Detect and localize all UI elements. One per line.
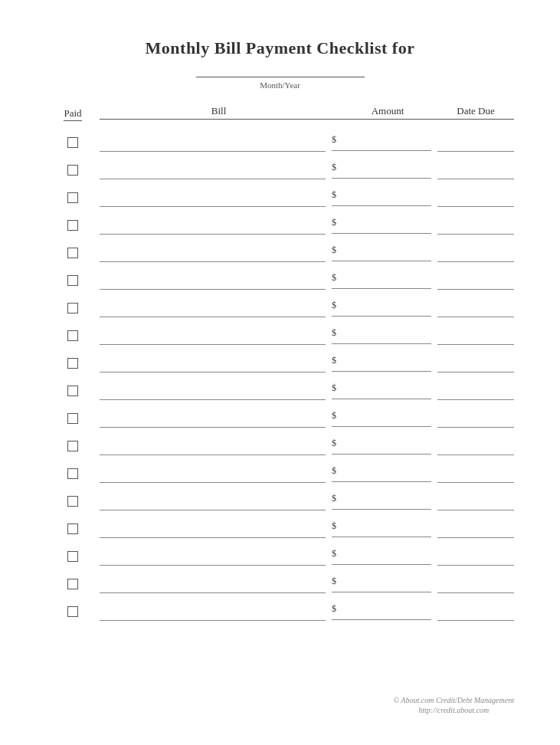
paid-header: Paid [46,107,100,120]
date-input-15[interactable] [437,547,514,566]
amount-cell-13: $ [332,493,431,510]
date-input-0[interactable] [437,133,514,152]
date-input-12[interactable] [437,464,514,483]
amount-header: Amount [338,105,437,120]
checkbox-15[interactable] [67,551,78,562]
bill-input-11[interactable] [100,437,326,455]
date-input-3[interactable] [437,216,514,235]
checkbox-6[interactable] [67,303,78,313]
bill-input-14[interactable] [100,520,326,538]
bill-input-4[interactable] [100,244,326,262]
date-input-7[interactable] [437,327,514,345]
table-row: $ [46,239,514,267]
checkbox-cell [46,165,100,176]
checkbox-11[interactable] [67,441,78,451]
checkbox-3[interactable] [67,220,78,231]
checkbox-cell [46,496,100,507]
table-row: $ [46,460,514,487]
table-header: Paid Bill Amount Date Due [46,105,514,123]
date-due-header: Date Due [437,105,514,120]
checkbox-cell [46,606,100,617]
checkbox-5[interactable] [67,275,78,286]
table-row: $ [46,432,514,460]
footer-line2: http://credit.about.com [393,706,514,714]
amount-cell-8: $ [332,355,431,372]
dollar-sign-7: $ [332,327,336,339]
bill-input-9[interactable] [100,382,326,400]
checkbox-13[interactable] [67,496,78,507]
amount-cell-15: $ [332,548,431,565]
bill-input-0[interactable] [100,133,326,152]
date-input-4[interactable] [437,244,514,262]
bill-input-16[interactable] [100,575,326,593]
bill-input-15[interactable] [100,547,326,566]
table-row: $ [46,377,514,405]
checkbox-cell [46,468,100,479]
dollar-sign-8: $ [332,355,336,366]
date-input-16[interactable] [437,575,514,593]
bill-input-5[interactable] [100,271,326,290]
bill-input-6[interactable] [100,299,326,317]
date-input-5[interactable] [437,271,514,290]
checkbox-cell [46,358,100,369]
table-row: $ [46,184,514,212]
dollar-sign-12: $ [332,465,336,477]
amount-cell-16: $ [332,576,431,592]
table-row: $ [46,212,514,239]
bill-input-8[interactable] [100,354,326,372]
date-input-10[interactable] [437,409,514,428]
footer: © About.com Credit/Debt Management http:… [393,696,514,714]
bill-input-3[interactable] [100,216,326,235]
table-row: $ [46,487,514,515]
dollar-sign-17: $ [332,603,336,615]
date-input-1[interactable] [437,161,514,179]
page-title: Monthly Bill Payment Checklist for [46,38,514,58]
checkbox-0[interactable] [67,137,78,148]
checkbox-7[interactable] [67,330,78,341]
date-input-2[interactable] [437,189,514,207]
checkbox-14[interactable] [67,523,78,534]
checkbox-17[interactable] [67,606,78,617]
checkbox-2[interactable] [67,192,78,203]
amount-cell-7: $ [332,327,431,344]
dollar-sign-10: $ [332,410,336,422]
checkbox-12[interactable] [67,468,78,479]
dollar-sign-16: $ [332,576,336,587]
amount-cell-12: $ [332,465,431,482]
checkbox-16[interactable] [67,579,78,589]
date-input-14[interactable] [437,520,514,538]
table-row: $ [46,322,514,350]
date-input-8[interactable] [437,354,514,372]
amount-cell-1: $ [332,162,431,179]
date-input-9[interactable] [437,382,514,400]
dollar-sign-11: $ [332,438,336,449]
bill-input-10[interactable] [100,409,326,428]
checklist-rows: $ $ $ [46,129,514,625]
bill-input-13[interactable] [100,492,326,510]
dollar-sign-1: $ [332,162,336,173]
checkbox-cell [46,413,100,424]
table-row: $ [46,405,514,432]
checkbox-1[interactable] [67,165,78,176]
bill-input-17[interactable] [100,602,326,621]
dollar-sign-13: $ [332,493,336,504]
checkbox-10[interactable] [67,413,78,424]
date-input-11[interactable] [437,437,514,455]
checkbox-9[interactable] [67,386,78,396]
checkbox-8[interactable] [67,358,78,369]
checkbox-cell [46,579,100,589]
checkbox-cell [46,523,100,534]
checkbox-4[interactable] [67,248,78,258]
checkbox-cell [46,386,100,396]
date-input-13[interactable] [437,492,514,510]
date-input-6[interactable] [437,299,514,317]
amount-cell-3: $ [332,217,431,234]
dollar-sign-0: $ [332,134,336,146]
bill-input-2[interactable] [100,189,326,207]
date-input-17[interactable] [437,602,514,621]
checkbox-cell [46,441,100,451]
bill-input-1[interactable] [100,161,326,179]
bill-input-7[interactable] [100,327,326,345]
table-row: $ [46,156,514,184]
bill-input-12[interactable] [100,464,326,483]
